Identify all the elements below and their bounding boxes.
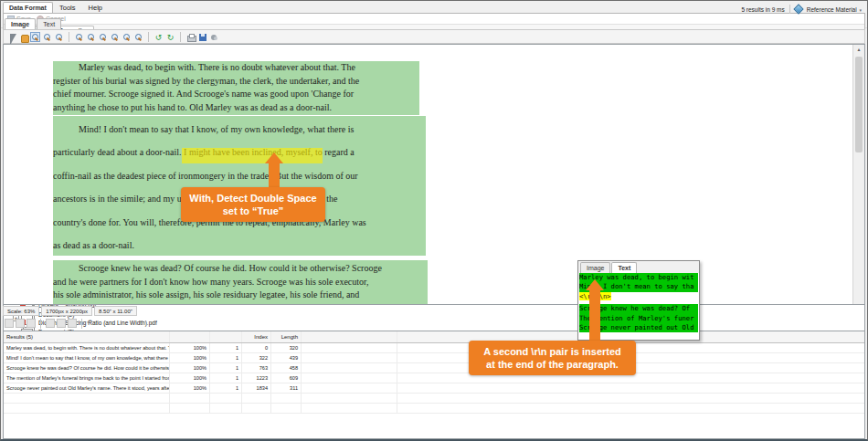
result-confidence: 100% (170, 353, 210, 362)
callout-crlf-pair: A second \r\n pair is inserted at the en… (469, 341, 636, 375)
scroll-up-icon[interactable]: ▲ (853, 45, 864, 55)
rotate-right-icon[interactable]: ↻ (165, 32, 175, 42)
result-length: 439 (271, 353, 302, 362)
viewer-status-bar: Scale: 63% 1700px x 2200px 8.50" x 11.00… (3, 305, 865, 317)
undo-icon[interactable]: ↶ (87, 319, 96, 328)
column-header[interactable]: Length (271, 331, 302, 342)
result-row[interactable]: Marley was dead, to begin with. There is… (4, 343, 864, 353)
column-header[interactable] (210, 331, 242, 342)
results-table: Results (5)IndexLengthMarley was dead, t… (3, 331, 865, 439)
highlight-detect-double-space (182, 148, 323, 163)
result-confidence: 100% (170, 373, 210, 383)
column-header[interactable]: Index (242, 331, 271, 342)
result-page: 1 (210, 343, 242, 352)
scroll-thumb[interactable] (855, 57, 863, 152)
result-text: Marley was dead, to begin with. There is… (4, 343, 170, 352)
reference-dropdown-icon: ▾ (859, 7, 862, 13)
column-header[interactable] (170, 331, 210, 342)
resize-icon[interactable] (57, 319, 66, 328)
popup-tab-text[interactable]: Text (611, 262, 637, 273)
toolbar-separator (40, 319, 41, 329)
empty-row (4, 394, 864, 404)
brightness-icon[interactable] (46, 319, 55, 328)
zoom-fit-icon[interactable] (110, 32, 120, 42)
result-index: 1223 (242, 373, 271, 383)
empty-row (4, 404, 864, 414)
zoom-level: Scale: 63% (3, 306, 39, 316)
reference-material-button[interactable]: Reference Material ▾ (807, 6, 862, 13)
save-icon[interactable] (197, 32, 207, 42)
zoom-in-icon[interactable] (86, 32, 96, 42)
hand-icon[interactable] (18, 32, 28, 42)
result-length: 458 (271, 363, 302, 373)
callout-detect-double-space: With, Detect Double Space set to “True” (181, 187, 325, 222)
paragraph-highlight: Mind! I don't mean to say that I know, o… (53, 116, 426, 256)
image-edit-toolbar: ↶ (3, 317, 865, 330)
pointer-icon[interactable] (6, 32, 16, 42)
rotate-left-icon[interactable]: ↺ (153, 32, 164, 42)
zoom-out-icon[interactable] (74, 32, 84, 42)
image-pixel-size: 1700px x 2200px (41, 306, 92, 316)
image-viewer[interactable]: Marley was dead, to begin with. There is… (3, 44, 865, 305)
document-text-line: register of his burial was signed by the… (53, 75, 419, 89)
document-text-line: Scrooge knew he was dead? Of course he d… (53, 262, 428, 276)
zoom-actual-icon[interactable] (98, 32, 108, 42)
image-print-size: 8.50" x 11.00" (94, 306, 137, 316)
viewer-toolbar: ↺↻ (3, 29, 865, 44)
document-page: Marley was dead, to begin with. There is… (4, 45, 852, 304)
document-text-line: Marley was dead, to begin with. There is… (53, 61, 419, 75)
results-table-header: Results (5)IndexLength (4, 331, 864, 343)
result-text: Scrooge knew he was dead? Of course he d… (4, 363, 170, 373)
document-text-line: coffin-nail as the deadest piece of iron… (53, 164, 426, 187)
result-confidence: 100% (170, 363, 210, 373)
callout-text: at the end of the paragraph. (474, 358, 630, 371)
deskew-icon[interactable] (26, 319, 36, 328)
application-window: FileEditToolsHelp ◀ ▶ ↻ Refresh + Add ▾ … (0, 0, 868, 441)
document-text-line: and he were partners for I don't know ho… (53, 276, 428, 289)
zoom-page-icon[interactable] (54, 32, 64, 42)
print-icon[interactable] (185, 32, 196, 42)
popup-tabstrip: ImageText (578, 261, 699, 273)
result-row[interactable]: Scrooge never painted out Old Marley's n… (4, 383, 864, 394)
result-confidence: 100% (170, 383, 210, 393)
callout-text: A second \r\n pair is inserted (474, 345, 630, 358)
zoom-fit-height-icon[interactable] (133, 32, 143, 42)
crop-icon[interactable] (16, 319, 25, 328)
viewer-tab-text[interactable]: Text (37, 18, 61, 29)
column-header (302, 331, 397, 342)
result-length: 609 (271, 373, 302, 383)
toolbar-separator (180, 32, 181, 42)
reference-material-label: Reference Material (807, 6, 857, 13)
result-index: 763 (242, 363, 271, 373)
result-row[interactable]: The mention of Marley's funeral brings m… (4, 373, 864, 383)
zoom-window-icon[interactable] (42, 32, 52, 42)
toolbar-separator (81, 319, 82, 329)
result-text: Scrooge never painted out Old Marley's n… (4, 383, 170, 393)
results-panel: 5 results in 9 ms Reference Material ▾ I… (1, 410, 494, 441)
result-index: 322 (242, 353, 271, 362)
toolbar-separator (148, 32, 149, 42)
popup-tab-image[interactable]: Image (580, 262, 610, 273)
column-header[interactable]: Results (5) (4, 331, 170, 342)
zoom-select-icon[interactable] (30, 32, 40, 42)
viewer-tab-image[interactable]: Image (5, 18, 36, 29)
select-region-icon[interactable] (5, 319, 14, 328)
callout-text: With, Detect Double Space (186, 192, 320, 205)
document-text-line: his sole administrator, his sole assign,… (53, 289, 428, 302)
paragraph-highlight: Marley was dead, to begin with. There is… (53, 61, 419, 115)
settings-icon[interactable] (209, 32, 219, 42)
result-page: 1 (210, 353, 242, 362)
viewer-scrollbar[interactable]: ▲ (852, 45, 864, 304)
result-row[interactable]: Mind! I don't mean to say that I know, o… (4, 353, 864, 363)
tab-data-format[interactable]: Data Format (3, 2, 53, 13)
document-text-line: as dead as a door-nail. (53, 234, 426, 257)
result-text: Mind! I don't mean to say that I know, o… (4, 353, 170, 362)
document-text-line: chief mourner. Scrooge signed it. And Sc… (53, 88, 419, 101)
result-page: 1 (210, 373, 242, 383)
rotate-icon[interactable] (68, 319, 77, 328)
result-row[interactable]: Scrooge knew he was dead? Of course he d… (4, 363, 864, 373)
separator (789, 5, 790, 14)
result-length: 311 (271, 383, 302, 393)
toolbar-separator (69, 32, 69, 42)
zoom-fit-width-icon[interactable] (122, 32, 132, 42)
